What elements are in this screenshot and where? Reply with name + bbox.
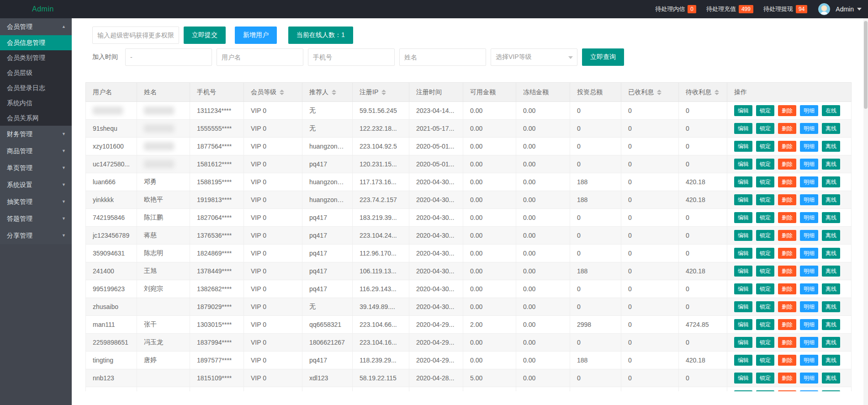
delete-button[interactable]: 删除 xyxy=(778,283,796,294)
detail-button[interactable]: 明细 xyxy=(800,105,818,116)
delete-button[interactable]: 删除 xyxy=(778,266,796,277)
detail-button[interactable]: 明细 xyxy=(800,123,818,134)
lock-button[interactable]: 锁定 xyxy=(756,301,774,312)
delete-button[interactable]: 删除 xyxy=(778,355,796,366)
delete-button[interactable]: 删除 xyxy=(778,141,796,152)
lock-button[interactable]: 锁定 xyxy=(756,355,774,366)
sidebar-item-lottery-management[interactable]: 抽奖管理▼ xyxy=(0,193,72,210)
sort-icon[interactable] xyxy=(280,90,284,95)
online-status-button[interactable]: 离线 xyxy=(822,390,840,391)
lock-button[interactable]: 锁定 xyxy=(756,390,774,391)
delete-button[interactable]: 删除 xyxy=(778,194,796,205)
edit-button[interactable]: 编辑 xyxy=(734,319,752,330)
lock-button[interactable]: 锁定 xyxy=(756,373,774,384)
edit-button[interactable]: 编辑 xyxy=(734,390,752,391)
lock-button[interactable]: 锁定 xyxy=(756,105,774,116)
detail-button[interactable]: 明细 xyxy=(800,301,818,312)
lock-button[interactable]: 锁定 xyxy=(756,212,774,223)
detail-button[interactable]: 明细 xyxy=(800,194,818,205)
lock-button[interactable]: 锁定 xyxy=(756,266,774,277)
lock-button[interactable]: 锁定 xyxy=(756,283,774,294)
edit-button[interactable]: 编辑 xyxy=(734,212,752,223)
sidebar-item-member-category[interactable]: 会员类别管理 xyxy=(0,50,72,65)
online-status-button[interactable]: 离线 xyxy=(822,355,840,366)
date-range-input[interactable] xyxy=(125,48,212,66)
lock-button[interactable]: 锁定 xyxy=(756,159,774,170)
online-status-button[interactable]: 离线 xyxy=(822,141,840,152)
sort-icon[interactable] xyxy=(332,90,336,95)
online-status-button[interactable]: 离线 xyxy=(822,194,840,205)
detail-button[interactable]: 明细 xyxy=(800,248,818,259)
detail-button[interactable]: 明细 xyxy=(800,266,818,277)
online-status-button[interactable]: 离线 xyxy=(822,301,840,312)
sidebar-item-finance-management[interactable]: 财务管理▼ xyxy=(0,126,72,143)
super-password-input[interactable] xyxy=(92,27,179,44)
sidebar-item-page-management[interactable]: 单页管理▼ xyxy=(0,160,72,176)
delete-button[interactable]: 删除 xyxy=(778,105,796,116)
detail-button[interactable]: 明细 xyxy=(800,283,818,294)
user-menu[interactable]: Admin xyxy=(836,5,862,13)
sidebar-item-member-management[interactable]: 会员管理▲ xyxy=(0,18,72,35)
delete-button[interactable]: 删除 xyxy=(778,248,796,259)
lock-button[interactable]: 锁定 xyxy=(756,337,774,348)
edit-button[interactable]: 编辑 xyxy=(734,176,752,187)
sidebar-item-member-login-log[interactable]: 会员登录日志 xyxy=(0,80,72,96)
sidebar-item-system-message[interactable]: 系统内信 xyxy=(0,96,72,111)
online-status-button[interactable]: 离线 xyxy=(822,230,840,241)
delete-button[interactable]: 删除 xyxy=(778,373,796,384)
edit-button[interactable]: 编辑 xyxy=(734,337,752,348)
online-status-button[interactable]: 离线 xyxy=(822,248,840,259)
sidebar-item-system-settings[interactable]: 系统设置▼ xyxy=(0,176,72,193)
sidebar-item-member-info[interactable]: 会员信息管理 xyxy=(0,35,72,50)
online-status-button[interactable]: 离线 xyxy=(822,212,840,223)
edit-button[interactable]: 编辑 xyxy=(734,141,752,152)
online-status-button[interactable]: 离线 xyxy=(822,283,840,294)
sort-icon[interactable] xyxy=(657,90,662,95)
sidebar-item-quiz-management[interactable]: 答题管理▼ xyxy=(0,210,72,227)
scrollbar-thumb[interactable] xyxy=(864,21,868,109)
username-input[interactable] xyxy=(217,48,303,66)
detail-button[interactable]: 明细 xyxy=(800,176,818,187)
edit-button[interactable]: 编辑 xyxy=(734,373,752,384)
edit-button[interactable]: 编辑 xyxy=(734,194,752,205)
delete-button[interactable]: 删除 xyxy=(778,212,796,223)
edit-button[interactable]: 编辑 xyxy=(734,248,752,259)
delete-button[interactable]: 删除 xyxy=(778,337,796,348)
sidebar-item-member-level[interactable]: 会员层级 xyxy=(0,65,72,80)
delete-button[interactable]: 删除 xyxy=(778,159,796,170)
column-header-pending-interest[interactable]: 待收利息 xyxy=(679,83,727,102)
edit-button[interactable]: 编辑 xyxy=(734,105,752,116)
edit-button[interactable]: 编辑 xyxy=(734,266,752,277)
pending-messages-nav[interactable]: 待处理内信 0 xyxy=(655,5,696,13)
column-header-level[interactable]: 会员等级 xyxy=(244,83,302,102)
online-status-button[interactable]: 离线 xyxy=(822,319,840,330)
detail-button[interactable]: 明细 xyxy=(800,230,818,241)
detail-button[interactable]: 明细 xyxy=(800,390,818,391)
online-status-button[interactable]: 离线 xyxy=(822,176,840,187)
edit-button[interactable]: 编辑 xyxy=(734,355,752,366)
name-input[interactable] xyxy=(399,48,486,66)
delete-button[interactable]: 删除 xyxy=(778,319,796,330)
pending-withdrawals-nav[interactable]: 待处理提现 94 xyxy=(763,5,807,13)
column-header-referrer[interactable]: 推荐人 xyxy=(302,83,353,102)
detail-button[interactable]: 明细 xyxy=(800,141,818,152)
sort-icon[interactable] xyxy=(715,90,719,95)
sidebar-item-share-management[interactable]: 分享管理▼ xyxy=(0,227,72,244)
phone-input[interactable] xyxy=(308,48,395,66)
online-status-button[interactable]: 离线 xyxy=(822,123,840,134)
delete-button[interactable]: 删除 xyxy=(778,301,796,312)
sidebar-item-member-network[interactable]: 会员关系网 xyxy=(0,111,72,126)
pending-recharges-nav[interactable]: 待处理充值 499 xyxy=(706,5,753,13)
submit-button[interactable]: 立即提交 xyxy=(184,27,226,44)
detail-button[interactable]: 明细 xyxy=(800,373,818,384)
edit-button[interactable]: 编辑 xyxy=(734,283,752,294)
user-avatar[interactable] xyxy=(818,3,830,15)
detail-button[interactable]: 明细 xyxy=(800,159,818,170)
lock-button[interactable]: 锁定 xyxy=(756,123,774,134)
online-status-button[interactable]: 离线 xyxy=(822,337,840,348)
detail-button[interactable]: 明细 xyxy=(800,319,818,330)
search-button[interactable]: 立即查询 xyxy=(582,48,624,66)
lock-button[interactable]: 锁定 xyxy=(756,248,774,259)
online-status-button[interactable]: 离线 xyxy=(822,373,840,384)
column-header-received-interest[interactable]: 已收利息 xyxy=(621,83,679,102)
